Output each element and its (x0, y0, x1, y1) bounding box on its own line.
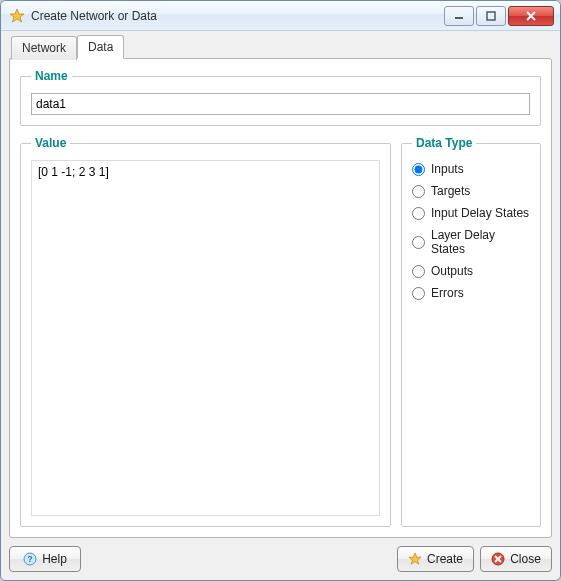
radio-errors-label: Errors (431, 286, 464, 300)
value-textarea[interactable] (31, 160, 380, 516)
star-icon (408, 552, 422, 566)
tab-network[interactable]: Network (11, 36, 77, 60)
button-row: ? Help Create (9, 538, 552, 572)
tabstrip: Network Data (9, 35, 552, 59)
help-button[interactable]: ? Help (9, 546, 81, 572)
radio-targets-input[interactable] (412, 185, 425, 198)
minimize-button[interactable] (444, 6, 474, 26)
tab-data[interactable]: Data (77, 35, 124, 59)
name-input[interactable] (31, 93, 530, 115)
radio-input-delay-input[interactable] (412, 207, 425, 220)
radio-layer-delay-label: Layer Delay States (431, 228, 530, 256)
window-controls (444, 6, 554, 26)
name-group-label: Name (31, 69, 72, 83)
radio-outputs[interactable]: Outputs (412, 264, 530, 278)
name-group: Name (20, 69, 541, 126)
help-button-label: Help (42, 552, 67, 566)
radio-outputs-input[interactable] (412, 265, 425, 278)
svg-marker-7 (409, 553, 421, 564)
value-group: Value (20, 136, 391, 527)
radio-input-delay[interactable]: Input Delay States (412, 206, 530, 220)
datatype-group-label: Data Type (412, 136, 476, 150)
close-button[interactable]: Close (480, 546, 552, 572)
window-title: Create Network or Data (31, 9, 438, 23)
create-button-label: Create (427, 552, 463, 566)
maximize-button[interactable] (476, 6, 506, 26)
svg-marker-0 (10, 9, 24, 22)
svg-text:?: ? (27, 554, 33, 564)
radio-targets-label: Targets (431, 184, 470, 198)
radio-targets[interactable]: Targets (412, 184, 530, 198)
radio-inputs-input[interactable] (412, 163, 425, 176)
close-window-button[interactable] (508, 6, 554, 26)
radio-errors[interactable]: Errors (412, 286, 530, 300)
radio-layer-delay-input[interactable] (412, 236, 425, 249)
radio-errors-input[interactable] (412, 287, 425, 300)
create-button[interactable]: Create (397, 546, 474, 572)
radio-outputs-label: Outputs (431, 264, 473, 278)
datatype-radio-column: Inputs Targets Input Delay States L (412, 160, 530, 300)
value-group-label: Value (31, 136, 70, 150)
close-button-label: Close (510, 552, 541, 566)
client-area: Network Data Name Value Data Type (1, 31, 560, 580)
radio-layer-delay[interactable]: Layer Delay States (412, 228, 530, 256)
help-icon: ? (23, 552, 37, 566)
radio-input-delay-label: Input Delay States (431, 206, 529, 220)
svg-rect-2 (487, 12, 495, 20)
tab-data-page: Name Value Data Type Inputs (9, 58, 552, 538)
close-icon (491, 552, 505, 566)
titlebar: Create Network or Data (1, 1, 560, 31)
radio-inputs-label: Inputs (431, 162, 464, 176)
radio-inputs[interactable]: Inputs (412, 162, 530, 176)
datatype-group: Data Type Inputs Targets Input Delay (401, 136, 541, 527)
dialog-window: Create Network or Data Network Data Name (0, 0, 561, 581)
app-icon (9, 8, 25, 24)
middle-row: Value Data Type Inputs Targets (20, 136, 541, 527)
